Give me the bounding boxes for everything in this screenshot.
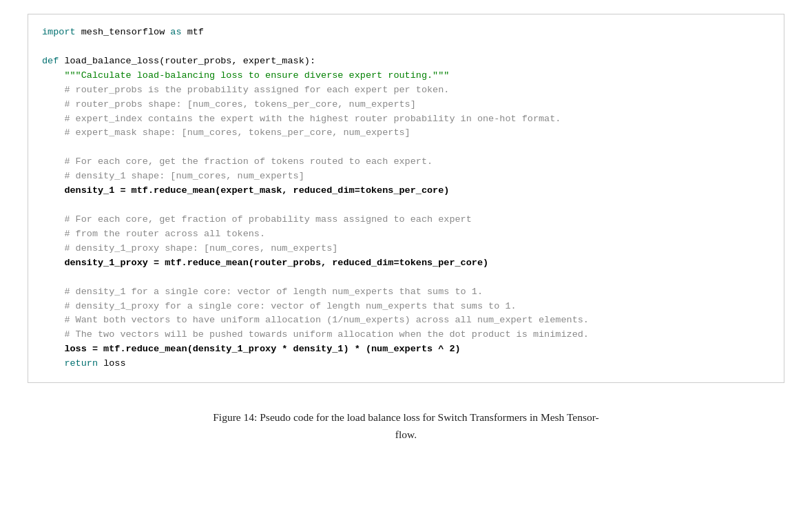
code-line-blank2 xyxy=(42,141,770,155)
code-line-blank4 xyxy=(42,271,770,285)
code-line-density1: density_1 = mtf.reduce_mean(expert_mask,… xyxy=(42,184,770,198)
code-line-comment12: # Want both vectors to have uniform allo… xyxy=(42,313,770,328)
code-line-comment4: # expert_mask shape: [num_cores, tokens_… xyxy=(42,126,770,141)
figure-label: Figure 14: xyxy=(213,411,257,423)
figure-text-line1: Pseudo code for the load balance loss fo… xyxy=(257,411,598,423)
code-line-return: return loss xyxy=(42,357,770,371)
code-line-loss: loss = mtf.reduce_mean(density_1_proxy *… xyxy=(42,342,770,357)
code-line-density1proxy: density_1_proxy = mtf.reduce_mean(router… xyxy=(42,256,770,271)
code-line-comment11: # density_1_proxy for a single core: vec… xyxy=(42,300,770,314)
code-line-comment13: # The two vectors will be pushed towards… xyxy=(42,328,770,342)
code-line-blank3 xyxy=(42,198,770,213)
code-line-comment10: # density_1 for a single core: vector of… xyxy=(42,285,770,300)
code-line-comment7: # For each core, get fraction of probabi… xyxy=(42,213,770,227)
code-line-comment6: # density_1 shape: [num_cores, num_exper… xyxy=(42,169,770,184)
code-line-comment1: # router_probs is the probability assign… xyxy=(42,83,770,98)
code-block: import mesh_tensorflow as mtf def load_b… xyxy=(28,14,784,383)
figure-text-line2: flow. xyxy=(395,428,417,440)
code-line-comment2: # router_probs shape: [num_cores, tokens… xyxy=(42,98,770,112)
code-line-blank1 xyxy=(42,40,770,54)
code-line-docstring: """Calculate load-balancing loss to ensu… xyxy=(42,69,770,83)
code-line-comment5: # For each core, get the fraction of tok… xyxy=(42,155,770,169)
code-line-comment3: # expert_index contains the expert with … xyxy=(42,112,770,127)
code-line-def: def load_balance_loss(router_probs, expe… xyxy=(42,54,770,69)
code-line-comment8: # from the router across all tokens. xyxy=(42,227,770,242)
code-line-import: import mesh_tensorflow as mtf xyxy=(42,25,770,40)
figure-caption: Figure 14: Pseudo code for the load bala… xyxy=(28,402,784,451)
code-line-comment9: # density_1_proxy shape: [num_cores, num… xyxy=(42,242,770,256)
